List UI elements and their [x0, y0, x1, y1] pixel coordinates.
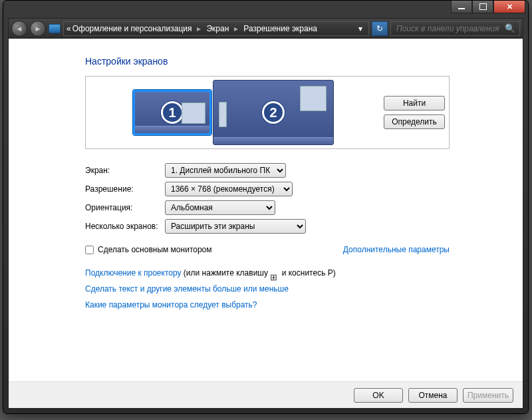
refresh-button[interactable]: ↻ — [372, 21, 388, 36]
settings-form: Экран: 1. Дисплей мобильного ПК Разрешен… — [85, 161, 450, 236]
advanced-settings-link[interactable]: Дополнительные параметры — [343, 245, 450, 254]
orientation-label: Ориентация: — [85, 203, 165, 212]
window-client-area: ◄ ► « Оформление и персонализация ▸ Экра… — [8, 18, 523, 409]
monitor-1[interactable]: 1 — [133, 90, 211, 135]
breadcrumb-part-2[interactable]: Экран — [206, 24, 229, 33]
resolution-label: Разрешение: — [85, 184, 165, 194]
window-frame: ◄ ► « Оформление и персонализация ▸ Экра… — [3, 0, 529, 414]
find-button[interactable]: Найти — [384, 96, 445, 110]
projector-hint-post: и коснитесь P) — [282, 268, 336, 278]
monitor-2-thumb — [300, 86, 327, 111]
monitor-1-thumb — [182, 103, 205, 124]
which-params-link[interactable]: Какие параметры монитора следует выбрать… — [85, 300, 257, 310]
monitor-2-number: 2 — [262, 101, 285, 124]
display-arrangement-box[interactable]: 1 2 Найти Определить — [85, 76, 450, 149]
content-area: Настройки экранов 1 2 Найти Определить — [9, 39, 523, 381]
identify-button[interactable]: Определить — [384, 114, 445, 129]
monitor-2-thumb2 — [219, 102, 227, 127]
make-main-label: Сделать основным монитором — [98, 245, 212, 254]
dialog-footer: OK Отмена Применить — [9, 381, 523, 408]
breadcrumb-part-1[interactable]: Оформление и персонализация — [72, 24, 192, 33]
display-label: Экран: — [85, 166, 165, 175]
breadcrumb-part-3[interactable]: Разрешение экрана — [243, 24, 317, 33]
search-icon[interactable]: 🔍 — [505, 23, 515, 33]
page-title: Настройки экранов — [85, 56, 450, 67]
forward-button[interactable]: ► — [30, 21, 46, 37]
resolution-select[interactable]: 1366 × 768 (рекомендуется) — [165, 182, 293, 196]
make-main-checkbox[interactable] — [85, 246, 94, 254]
connect-projector-link[interactable]: Подключение к проектору — [85, 268, 182, 278]
breadcrumb-prefix: « — [66, 24, 71, 33]
control-panel-icon — [49, 24, 61, 33]
chevron-right-icon[interactable]: ▸ — [193, 24, 205, 33]
display-select[interactable]: 1. Дисплей мобильного ПК — [165, 163, 286, 178]
multiple-displays-label: Несколько экранов: — [85, 222, 165, 231]
back-button[interactable]: ◄ — [11, 21, 27, 37]
search-input[interactable] — [395, 23, 505, 34]
chevron-right-icon[interactable]: ▸ — [230, 24, 242, 33]
ok-button[interactable]: OK — [354, 388, 403, 403]
apply-button[interactable]: Применить — [463, 388, 513, 403]
close-button[interactable] — [493, 1, 525, 13]
arrange-side-buttons: Найти Определить — [384, 96, 445, 129]
titlebar — [3, 1, 528, 18]
monitor-area[interactable]: 1 2 — [90, 80, 377, 145]
make-main-row: Сделать основным монитором Дополнительны… — [85, 245, 450, 254]
orientation-select[interactable]: Альбомная — [165, 200, 275, 215]
multiple-displays-select[interactable]: Расширить эти экраны — [165, 219, 306, 234]
monitor-1-number: 1 — [161, 101, 184, 124]
windows-key-icon — [270, 270, 279, 278]
breadcrumb-dropdown-icon[interactable]: ▾ — [355, 24, 366, 33]
navigation-bar: ◄ ► « Оформление и персонализация ▸ Экра… — [9, 19, 523, 39]
breadcrumb[interactable]: « Оформление и персонализация ▸ Экран ▸ … — [63, 21, 369, 36]
cancel-button[interactable]: Отмена — [408, 388, 458, 403]
search-box[interactable]: 🔍 — [390, 21, 520, 36]
monitor-2[interactable]: 2 — [213, 80, 334, 145]
help-links: Подключение к проектору (или нажмите кла… — [85, 265, 450, 313]
text-size-link[interactable]: Сделать текст и другие элементы больше и… — [85, 284, 289, 294]
maximize-button[interactable] — [472, 1, 493, 13]
minimize-button[interactable] — [451, 1, 472, 13]
projector-hint-pre: (или нажмите клавишу — [184, 268, 271, 278]
